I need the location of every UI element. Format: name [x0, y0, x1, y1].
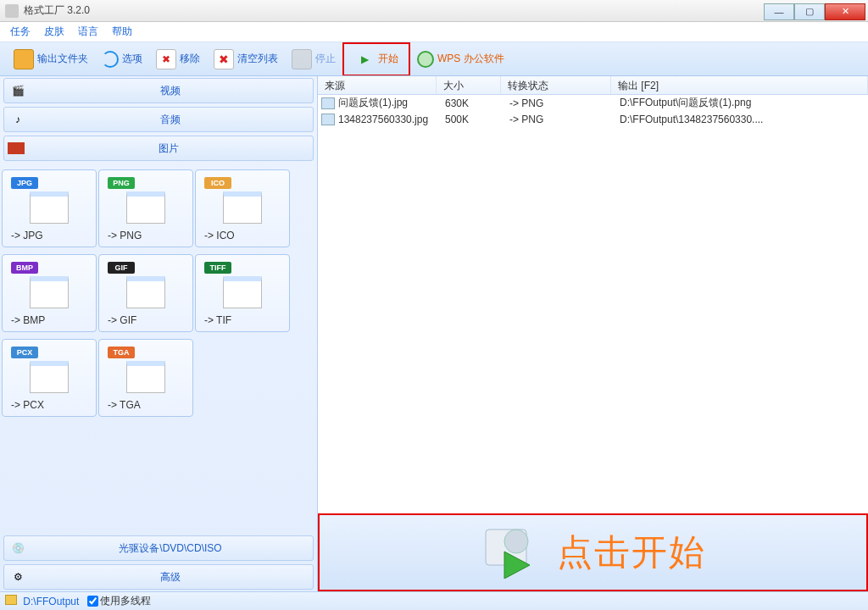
stop-button[interactable]: 停止	[285, 46, 342, 73]
menu-help[interactable]: 帮助	[112, 25, 132, 39]
format-card-tga[interactable]: TGA-> TGA	[98, 339, 193, 417]
cell-size: 500K	[438, 114, 503, 125]
play-icon: ▶	[354, 49, 375, 69]
music-note-icon: ♪	[8, 111, 28, 128]
menubar: 任务 皮肤 语言 帮助	[0, 22, 868, 42]
task-area: 来源 大小 转换状态 输出 [F2] 问题反馈(1).jpg630K-> PNG…	[318, 76, 868, 591]
category-advanced[interactable]: ⚙ 高级	[3, 564, 314, 590]
category-image[interactable]: 图片	[3, 136, 314, 161]
format-card-jpg[interactable]: JPG-> JPG	[2, 169, 97, 247]
svg-point-1	[504, 530, 528, 553]
task-list-header: 来源 大小 转换状态 输出 [F2]	[318, 76, 868, 95]
start-button[interactable]: ▶ 开始	[348, 46, 405, 73]
wps-label: WPS 办公软件	[437, 52, 504, 66]
format-label: -> PCX	[11, 399, 87, 411]
clear-list-label: 清空列表	[237, 52, 278, 66]
minimize-button[interactable]: —	[764, 3, 794, 20]
multithread-input[interactable]	[87, 596, 98, 607]
format-card-tiff[interactable]: TIFF-> TIF	[195, 254, 290, 332]
format-thumbnail-icon	[30, 276, 69, 308]
options-button[interactable]: 选项	[95, 46, 149, 73]
titlebar: 格式工厂 3.2.0 — ▢ ✕	[0, 0, 868, 22]
format-badge: TGA	[108, 347, 135, 358]
window-title: 格式工厂 3.2.0	[24, 3, 90, 18]
app-icon	[5, 4, 19, 18]
disc-icon: 💿	[8, 540, 28, 557]
status-path[interactable]: D:\FFOutput	[5, 595, 79, 607]
remove-label: 移除	[180, 52, 200, 66]
multithread-checkbox[interactable]: 使用多线程	[87, 594, 151, 608]
format-thumbnail-icon	[30, 191, 69, 224]
start-label: 开始	[378, 52, 398, 66]
header-size[interactable]: 大小	[437, 76, 501, 94]
picture-icon	[8, 142, 25, 154]
format-thumbnail-icon	[126, 191, 165, 224]
format-label: -> PNG	[108, 230, 184, 241]
format-thumbnail-icon	[126, 361, 165, 393]
format-label: -> JPG	[11, 230, 87, 241]
cell-output: D:\FFOutput\1348237560330....	[613, 114, 868, 125]
format-thumbnail-icon	[223, 191, 262, 224]
header-source[interactable]: 来源	[318, 76, 437, 94]
refresh-icon	[102, 51, 119, 68]
start-banner[interactable]: 点击开始	[318, 513, 868, 591]
file-image-icon	[321, 114, 335, 125]
format-grid: JPG-> JPGPNG-> PNGICO-> ICOBMP-> BMPGIF-…	[0, 163, 317, 534]
output-folder-label: 输出文件夹	[37, 52, 88, 66]
format-badge: JPG	[11, 177, 38, 189]
sidebar: 🎬 视频 ♪ 音频 图片 JPG-> JPGPNG-> PNGICO-> ICO…	[0, 76, 318, 591]
format-label: -> TIF	[204, 314, 281, 326]
banner-text: 点击开始	[557, 529, 706, 576]
header-output[interactable]: 输出 [F2]	[611, 76, 868, 94]
cell-source: 1348237560330.jpg	[338, 114, 438, 125]
stop-icon	[292, 49, 312, 69]
table-row[interactable]: 问题反馈(1).jpg630K-> PNGD:\FFOutput\问题反馈(1)…	[318, 95, 868, 111]
format-label: -> ICO	[204, 230, 281, 241]
cell-state: -> PNG	[503, 114, 613, 125]
category-video[interactable]: 🎬 视频	[3, 78, 314, 103]
close-button[interactable]: ✕	[825, 3, 865, 20]
toolbar: 输出文件夹 选项 ✖ 移除 ✖ 清空列表 停止 ▶ 开始 WPS 办公软件	[0, 42, 868, 76]
menu-task[interactable]: 任务	[10, 25, 31, 39]
cell-size: 630K	[438, 97, 503, 109]
document-remove-icon: ✖	[156, 49, 176, 69]
header-state[interactable]: 转换状态	[501, 76, 611, 94]
format-card-pcx[interactable]: PCX-> PCX	[2, 339, 97, 417]
menu-language[interactable]: 语言	[78, 25, 98, 39]
category-audio[interactable]: ♪ 音频	[3, 107, 314, 132]
options-label: 选项	[122, 52, 142, 66]
format-thumbnail-icon	[223, 276, 262, 308]
remove-button[interactable]: ✖ 移除	[149, 46, 207, 73]
clear-list-button[interactable]: ✖ 清空列表	[207, 46, 285, 73]
format-badge: TIFF	[204, 262, 231, 274]
format-card-png[interactable]: PNG-> PNG	[98, 169, 193, 247]
format-badge: BMP	[11, 262, 38, 274]
format-thumbnail-icon	[30, 361, 69, 393]
format-card-bmp[interactable]: BMP-> BMP	[2, 254, 97, 332]
wps-button[interactable]: WPS 办公软件	[410, 46, 511, 73]
cell-source: 问题反馈(1).jpg	[338, 96, 438, 110]
maximize-button[interactable]: ▢	[794, 3, 825, 20]
globe-icon	[417, 51, 434, 68]
folder-open-icon	[14, 49, 34, 69]
format-label: -> GIF	[108, 314, 184, 326]
format-card-ico[interactable]: ICO-> ICO	[195, 169, 290, 247]
gear-icon: ⚙	[8, 568, 28, 585]
format-thumbnail-icon	[126, 276, 165, 308]
banner-play-icon	[481, 526, 540, 579]
output-folder-button[interactable]: 输出文件夹	[7, 46, 95, 73]
cell-state: -> PNG	[503, 97, 613, 109]
format-card-gif[interactable]: GIF-> GIF	[98, 254, 193, 332]
format-badge: PCX	[11, 347, 38, 358]
category-disc[interactable]: 💿 光驱设备\DVD\CD\ISO	[3, 535, 314, 561]
cell-output: D:\FFOutput\问题反馈(1).png	[613, 96, 868, 110]
document-clear-icon: ✖	[214, 49, 234, 69]
format-label: -> BMP	[11, 314, 87, 326]
film-icon: 🎬	[8, 82, 28, 99]
stop-label: 停止	[315, 52, 336, 66]
folder-icon	[5, 595, 17, 605]
table-row[interactable]: 1348237560330.jpg500K-> PNGD:\FFOutput\1…	[318, 111, 868, 127]
format-badge: PNG	[108, 177, 135, 189]
menu-skin[interactable]: 皮肤	[44, 25, 64, 39]
statusbar: D:\FFOutput 使用多线程	[0, 591, 868, 610]
